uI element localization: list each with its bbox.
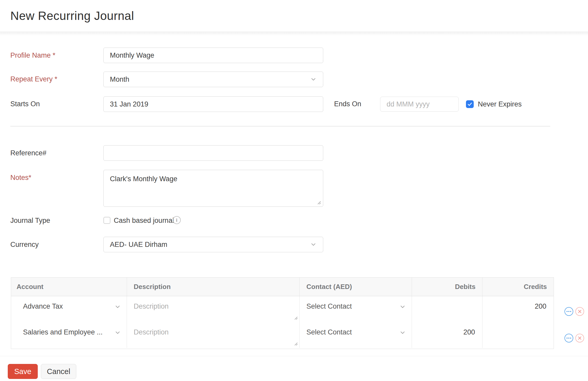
description-textarea[interactable]: Description (127, 322, 300, 348)
description-placeholder: Description (134, 302, 169, 310)
page-header: New Recurring Journal (0, 0, 588, 32)
cancel-button[interactable]: Cancel (41, 364, 76, 379)
ends-on-label: Ends On (334, 100, 361, 108)
never-expires-label: Never Expires (478, 100, 522, 108)
column-header-credits: Credits (483, 278, 554, 296)
debits-input[interactable] (412, 296, 483, 322)
repeat-every-value: Month (110, 75, 129, 83)
account-value: Salaries and Employee ... (23, 328, 103, 336)
row-remove-button[interactable] (575, 307, 584, 316)
row-remove-button[interactable] (575, 334, 584, 342)
column-header-description: Description (127, 278, 300, 296)
chevron-down-icon (310, 241, 317, 248)
save-button[interactable]: Save (8, 364, 38, 379)
debits-input[interactable]: 200 (412, 322, 483, 348)
row-actions (564, 307, 584, 316)
chevron-down-icon (114, 303, 121, 310)
column-header-debits: Debits (412, 278, 483, 296)
reference-input[interactable] (103, 145, 323, 161)
description-textarea[interactable]: Description (127, 296, 300, 322)
reference-label: Reference# (10, 149, 47, 157)
contact-placeholder: Select Contact (306, 328, 352, 336)
cash-based-journal-label: Cash based journal (114, 216, 174, 225)
resize-handle-icon[interactable] (317, 201, 321, 204)
dot (568, 338, 569, 339)
header-shadow (0, 32, 588, 36)
column-header-account: Account (11, 278, 127, 296)
dot (570, 311, 571, 312)
section-divider (10, 126, 550, 127)
account-select[interactable]: Salaries and Employee ... (11, 322, 127, 348)
column-header-contact: Contact (AED) (300, 278, 412, 296)
never-expires-checkbox[interactable] (466, 100, 474, 108)
credits-input[interactable]: 200 (483, 296, 554, 322)
page-title: New Recurring Journal (10, 0, 134, 32)
currency-label: Currency (10, 240, 39, 249)
starts-on-label: Starts On (10, 100, 40, 108)
notes-label: Notes* (10, 173, 31, 182)
chevron-down-icon (114, 329, 121, 336)
row-more-button[interactable] (564, 307, 573, 316)
new-recurring-journal-page: New Recurring Journal Profile Name * Rep… (0, 0, 588, 381)
resize-handle-icon[interactable] (294, 316, 298, 320)
dot (567, 311, 568, 312)
repeat-every-select[interactable]: Month (103, 72, 323, 87)
contact-select[interactable]: Select Contact (300, 296, 412, 322)
dot (568, 311, 569, 312)
account-select[interactable]: Advance Tax (11, 296, 127, 322)
account-value: Advance Tax (23, 302, 63, 310)
close-icon (578, 309, 582, 314)
repeat-every-label: Repeat Every * (10, 75, 57, 83)
currency-select[interactable]: AED- UAE Dirham (103, 237, 323, 252)
notes-textarea[interactable]: Clark's Monthly Wage (103, 170, 323, 207)
resize-handle-icon[interactable] (294, 342, 298, 346)
check-icon (467, 102, 473, 107)
description-placeholder: Description (134, 328, 169, 336)
row-actions (564, 334, 584, 342)
close-icon (578, 336, 582, 340)
info-icon[interactable]: i (173, 216, 181, 224)
dot (570, 338, 571, 339)
footer-bar: Save Cancel (0, 356, 588, 381)
profile-name-label: Profile Name * (10, 51, 55, 59)
credits-input[interactable] (483, 322, 554, 348)
cash-based-journal-checkbox[interactable] (103, 217, 110, 224)
dot (567, 338, 568, 339)
ends-on-input[interactable] (380, 97, 459, 112)
starts-on-input[interactable] (103, 96, 323, 112)
chevron-down-icon (399, 329, 406, 336)
contact-placeholder: Select Contact (306, 302, 352, 310)
profile-name-input[interactable] (103, 48, 323, 63)
line-items-table: Account Description Contact (AED) Debits… (11, 277, 554, 349)
journal-type-label: Journal Type (10, 216, 50, 225)
currency-value: AED- UAE Dirham (110, 241, 167, 249)
chevron-down-icon (399, 303, 406, 310)
contact-select[interactable]: Select Contact (300, 322, 412, 348)
row-more-button[interactable] (564, 334, 573, 342)
chevron-down-icon (310, 76, 317, 83)
